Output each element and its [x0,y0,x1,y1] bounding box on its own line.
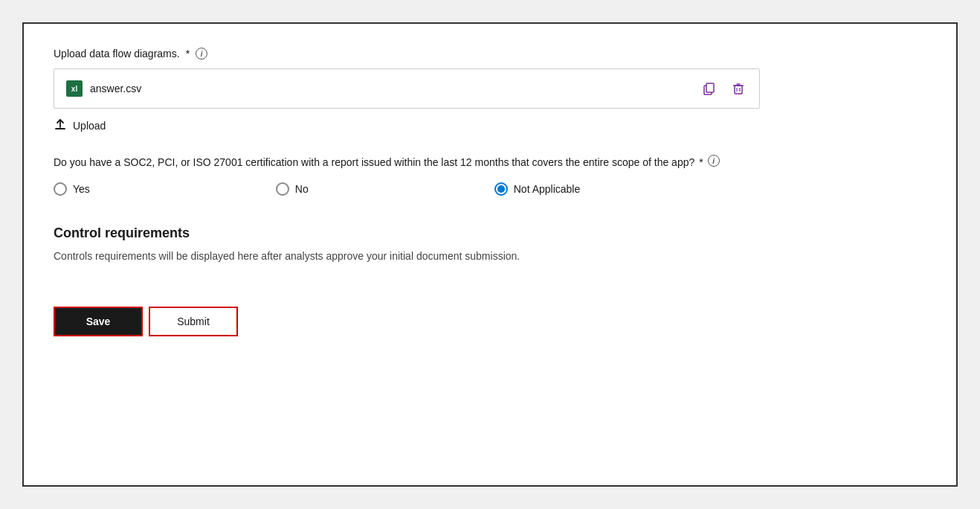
control-requirements-desc: Controls requirements will be displayed … [54,250,926,262]
radio-not-applicable-label: Not Applicable [514,183,581,195]
file-box: xl answer.csv [54,68,760,109]
main-container: Upload data flow diagrams. * i xl answer… [22,22,958,487]
radio-group: Yes No Not Applicable [54,182,926,196]
certification-question: Do you have a SOC2, PCI, or ISO 27001 ce… [54,155,926,170]
file-name: answer.csv [90,83,141,95]
certification-required-marker: * [699,155,703,170]
certification-info-icon[interactable]: i [708,155,720,167]
radio-option-no[interactable]: No [276,182,309,196]
radio-not-applicable-input[interactable] [494,182,508,196]
control-requirements-title: Control requirements [54,225,926,241]
upload-info-icon[interactable]: i [196,48,207,60]
upload-label: Upload data flow diagrams. * i [54,48,926,60]
delete-file-button[interactable] [729,80,747,97]
radio-option-not-applicable[interactable]: Not Applicable [494,182,581,196]
certification-question-text: Do you have a SOC2, PCI, or ISO 27001 ce… [54,155,694,170]
button-group: Save Submit [54,307,926,336]
radio-option-yes[interactable]: Yes [54,182,90,196]
required-marker: * [186,48,190,60]
radio-no-input[interactable] [276,182,289,196]
svg-rect-1 [706,83,714,92]
radio-no-label: No [295,183,309,195]
radio-yes-label: Yes [73,183,90,195]
upload-arrow-icon [54,118,67,134]
radio-yes-input[interactable] [54,182,67,196]
save-button[interactable]: Save [54,307,143,336]
excel-icon: xl [66,80,83,97]
upload-label-text: Upload data flow diagrams. [54,48,180,60]
file-info: xl answer.csv [66,80,141,97]
copy-file-button[interactable] [700,80,718,97]
radio-dot [497,185,505,193]
upload-button[interactable]: Upload [54,118,106,134]
svg-rect-2 [735,86,742,94]
submit-button[interactable]: Submit [149,307,238,336]
file-actions [700,80,747,97]
upload-button-label: Upload [73,120,106,132]
